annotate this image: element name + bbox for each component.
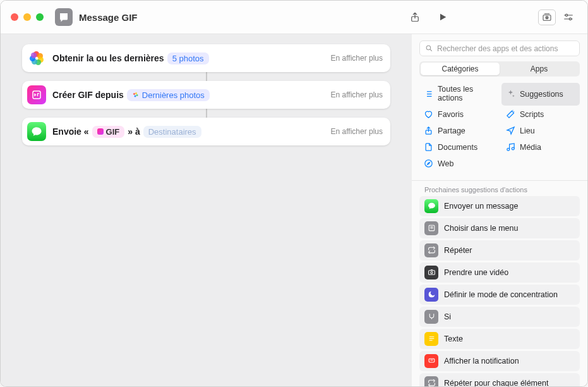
wand-icon	[505, 109, 515, 120]
sugg-notification[interactable]: Afficher la notification	[419, 351, 580, 371]
run-button[interactable]	[436, 10, 450, 24]
library-toggle-button[interactable]	[538, 9, 556, 25]
photo-count-param[interactable]: 5 photos	[167, 52, 209, 64]
safari-icon	[423, 159, 433, 169]
action-get-latest-photos[interactable]: Obtenir la ou les dernières 5 photos En …	[22, 44, 390, 72]
document-icon	[423, 142, 433, 152]
library-sidebar: Catégories Apps Toutes les actions Sugge…	[412, 34, 587, 386]
svg-point-10	[426, 46, 431, 50]
tab-categories[interactable]: Catégories	[421, 63, 500, 75]
svg-point-14	[424, 160, 431, 167]
sugg-focus-mode[interactable]: Définir le mode de concentration	[419, 285, 580, 305]
share-icon	[423, 126, 433, 136]
svg-point-8	[136, 94, 138, 96]
action-label-2: » à	[128, 126, 140, 137]
svg-rect-16	[428, 271, 435, 275]
share-button[interactable]	[408, 10, 422, 24]
text-icon	[424, 332, 438, 346]
branch-icon	[424, 310, 438, 324]
svg-point-7	[135, 92, 137, 94]
svg-point-9	[134, 95, 136, 97]
action-label: Obtenir la ou les dernières	[52, 53, 164, 63]
show-more-button[interactable]: En afficher plus	[331, 54, 383, 63]
moon-icon	[424, 288, 438, 302]
repeat-icon	[424, 243, 438, 257]
gif-dot-icon	[97, 128, 104, 135]
action-label: Créer GIF depuis	[52, 90, 124, 100]
cat-share[interactable]: Partage	[419, 123, 498, 138]
connector	[206, 72, 207, 81]
search-icon	[425, 44, 433, 52]
window-controls	[11, 13, 44, 21]
window-title: Message GIF	[79, 12, 138, 23]
photos-app-icon	[27, 49, 46, 68]
app-window: Message GIF	[0, 0, 588, 387]
titlebar: Message GIF	[1, 1, 587, 34]
sugg-take-video[interactable]: Prendre une vidéo	[419, 262, 580, 283]
svg-point-13	[512, 147, 514, 150]
notification-icon	[424, 354, 438, 368]
cat-all-actions[interactable]: Toutes les actions	[419, 83, 498, 106]
svg-point-4	[569, 18, 571, 20]
sugg-repeat[interactable]: Répéter	[419, 240, 580, 261]
action-send-message[interactable]: Envoie « GIF » à Destinataires En affich…	[22, 118, 390, 145]
show-more-button[interactable]: En afficher plus	[331, 90, 383, 99]
minimize-button[interactable]	[23, 13, 31, 21]
cat-suggestions[interactable]: Suggestions	[501, 83, 580, 106]
sugg-choose-menu[interactable]: Choisir dans le menu	[419, 218, 580, 238]
cat-web[interactable]: Web	[419, 156, 498, 171]
heart-icon	[423, 109, 433, 120]
action-label: Envoie «	[52, 126, 89, 137]
list-icon	[423, 89, 433, 99]
cat-favorites[interactable]: Favoris	[419, 107, 498, 122]
svg-rect-18	[429, 359, 435, 362]
recipients-param[interactable]: Destinataires	[143, 126, 201, 138]
sugg-if[interactable]: Si	[419, 307, 580, 327]
library-tabs: Catégories Apps	[419, 61, 580, 77]
cat-media[interactable]: Média	[501, 140, 580, 155]
settings-button[interactable]	[560, 9, 577, 25]
search-input[interactable]	[437, 44, 574, 53]
suggestions-list: Envoyer un message Choisir dans le menu …	[412, 196, 587, 387]
menu-icon	[424, 221, 438, 235]
category-grid: Toutes les actions Suggestions Favoris S…	[412, 83, 587, 178]
svg-point-17	[430, 271, 432, 273]
zoom-button[interactable]	[36, 13, 44, 21]
connector	[206, 109, 207, 118]
svg-rect-5	[33, 91, 40, 99]
close-button[interactable]	[11, 13, 18, 21]
shortcut-icon	[55, 8, 73, 26]
sugg-send-message[interactable]: Envoyer un message	[419, 196, 580, 216]
search-field[interactable]	[419, 40, 580, 56]
sparkle-icon	[505, 89, 515, 99]
messages-icon	[424, 199, 438, 213]
photos-mini-icon	[132, 91, 140, 99]
action-create-gif[interactable]: Créer GIF depuis Dernières photos En aff…	[22, 81, 390, 109]
svg-point-12	[507, 148, 509, 150]
sugg-repeat-each[interactable]: Répéter pour chaque élément	[419, 373, 580, 387]
svg-point-6	[133, 93, 135, 95]
tab-apps[interactable]: Apps	[500, 63, 579, 75]
cat-documents[interactable]: Documents	[419, 140, 498, 155]
suggestions-header: Prochaines suggestions d'actions	[412, 180, 587, 196]
source-param[interactable]: Dernières photos	[127, 89, 210, 101]
messages-app-icon	[27, 122, 46, 141]
cat-scripts[interactable]: Scripts	[501, 107, 580, 122]
sugg-text[interactable]: Texte	[419, 329, 580, 349]
cat-location[interactable]: Lieu	[501, 123, 580, 138]
location-icon	[505, 126, 515, 136]
camera-icon	[424, 266, 438, 280]
repeat-each-icon	[424, 376, 438, 387]
gif-app-icon	[27, 85, 46, 104]
workflow-canvas: Obtenir la ou les dernières 5 photos En …	[1, 34, 412, 386]
svg-point-3	[565, 14, 567, 16]
show-more-button[interactable]: En afficher plus	[331, 127, 383, 136]
gif-variable-pill[interactable]: GIF	[92, 126, 125, 138]
music-icon	[505, 142, 515, 152]
